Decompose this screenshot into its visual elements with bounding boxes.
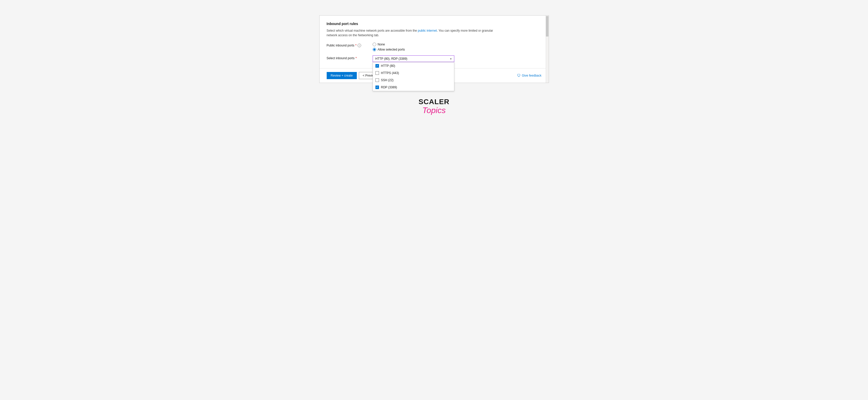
dropdown-item-ssh-label: SSH (22) (381, 79, 394, 82)
give-feedback-button[interactable]: 🗨 Give feedback (517, 73, 541, 78)
radio-none-option[interactable]: None (373, 43, 541, 46)
dropdown-trigger[interactable]: HTTP (80), RDP (3389) ▾ (373, 55, 454, 62)
azure-panel: Inbound port rules Select which virtual … (319, 15, 549, 83)
dropdown-item-ssh[interactable]: SSH (22) (373, 76, 454, 84)
radio-group: None Allow selected ports (373, 43, 541, 51)
dropdown-item-rdp[interactable]: RDP (3389) (373, 84, 454, 91)
select-inbound-label: Select inbound ports * (327, 55, 373, 60)
feedback-icon: 🗨 (517, 73, 520, 78)
scrollbar[interactable] (546, 16, 549, 83)
select-inbound-label-text: Select inbound ports (327, 56, 354, 60)
checkbox-https (375, 71, 379, 75)
info-icon[interactable]: i (358, 44, 361, 47)
topics-text: Topics (418, 105, 450, 115)
branding: SCALER Topics (418, 98, 450, 115)
dropdown-item-http-label: HTTP (80) (381, 64, 395, 68)
public-inbound-label: Public inbound ports * i (327, 43, 373, 47)
section-description: Select which virtual machine network por… (327, 28, 541, 37)
dropdown-item-https[interactable]: HTTPS (443) (373, 69, 454, 76)
scaler-text: SCALER (418, 98, 450, 105)
review-create-button[interactable]: Review + create (327, 72, 357, 79)
dropdown-area: HTTP (80), RDP (3389) ▾ HTTP (80) HTTPS … (373, 55, 541, 62)
radio-none-input[interactable] (373, 43, 376, 46)
public-inbound-label-text: Public inbound ports (327, 44, 354, 47)
description-text-3: network access on the Networking tab. (327, 33, 379, 37)
panel-content: Inbound port rules Select which virtual … (319, 16, 549, 62)
radio-allow-label: Allow selected ports (378, 48, 405, 51)
description-text-2: . You can specify more limited or granul… (437, 29, 493, 32)
radio-allow-input[interactable] (373, 48, 376, 51)
section-title: Inbound port rules (327, 22, 541, 26)
checkbox-http (375, 64, 379, 68)
select-required-star: * (355, 56, 357, 60)
give-feedback-label: Give feedback (522, 74, 541, 78)
scrollbar-thumb (546, 16, 549, 36)
dropdown-item-rdp-label: RDP (3389) (381, 86, 397, 89)
checkbox-rdp (375, 86, 379, 89)
inbound-ports-dropdown: HTTP (80), RDP (3389) ▾ HTTP (80) HTTPS … (373, 55, 454, 62)
radio-none-label: None (378, 43, 385, 46)
description-text-1: Select which virtual machine network por… (327, 29, 418, 32)
required-star: * (355, 44, 356, 47)
select-inbound-row: Select inbound ports * HTTP (80), RDP (3… (327, 55, 541, 62)
public-inbound-row: Public inbound ports * i None Allow sele… (327, 43, 541, 51)
dropdown-value: HTTP (80), RDP (3389) (375, 57, 408, 61)
dropdown-menu: HTTP (80) HTTPS (443) SSH (22) (373, 62, 454, 91)
dropdown-item-http[interactable]: HTTP (80) (373, 62, 454, 69)
checkbox-ssh (375, 79, 379, 82)
dropdown-item-https-label: HTTPS (443) (381, 71, 399, 75)
radio-allow-option[interactable]: Allow selected ports (373, 48, 541, 51)
chevron-down-icon: ▾ (450, 57, 452, 60)
public-internet-link[interactable]: public internet (418, 29, 437, 32)
